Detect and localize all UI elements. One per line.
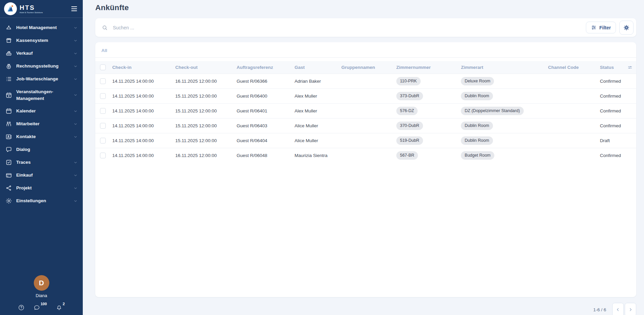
sidebar-item-kontakte[interactable]: Kontakte xyxy=(0,130,83,143)
column-header-gruppennamen[interactable]: Gruppennamen xyxy=(339,61,394,74)
notifications-icon[interactable]: 2 xyxy=(56,304,65,311)
cell-status: Confirmed xyxy=(597,74,624,89)
room-type-badge: DZ (Doppelzimmer Standard) xyxy=(461,107,523,115)
sidebar-item-hotel-management[interactable]: Hotel Management xyxy=(0,21,83,34)
table-row[interactable]: 14.11.2025 14:00:0015.11.2025 12:00:00Gu… xyxy=(95,89,636,104)
sidebar-item-label: Dialog xyxy=(16,146,30,153)
cell-status: Confirmed xyxy=(597,119,624,133)
select-all-checkbox[interactable] xyxy=(100,64,106,70)
chevron-left-icon xyxy=(615,307,621,312)
cell-room-number: 519-DubR xyxy=(394,133,459,148)
column-header-check-out[interactable]: Check-out xyxy=(173,61,234,74)
column-header-check-in[interactable]: Check-in xyxy=(109,61,173,74)
user-name: Diana xyxy=(36,293,47,298)
cell-group xyxy=(339,89,394,104)
events-icon xyxy=(5,92,12,99)
row-checkbox[interactable] xyxy=(100,93,106,99)
room-number-badge: 373-DubR xyxy=(396,92,423,100)
cell-check-in: 14.11.2025 14:00:00 xyxy=(109,119,173,133)
cell-group xyxy=(339,74,394,89)
avatar[interactable]: D xyxy=(34,275,49,291)
sidebar-item-projekt[interactable]: Projekt xyxy=(0,182,83,194)
sidebar: HTS Hotel & Tourism Solutions Hotel Mana… xyxy=(0,0,83,315)
cell-status: Draft xyxy=(597,133,624,148)
sidebar-item-traces[interactable]: Traces xyxy=(0,156,83,169)
column-header-zimmerart[interactable]: Zimmerart xyxy=(458,61,545,74)
sidebar-item-kassensystem[interactable]: Kassensystem xyxy=(0,34,83,47)
row-checkbox[interactable] xyxy=(100,138,106,143)
sidebar-item-veranstaltungen-management[interactable]: Veranstaltungen-Management xyxy=(0,85,83,105)
hotel-service-icon xyxy=(5,24,12,31)
cell-channel-code xyxy=(545,133,597,148)
chat-badge: 100 xyxy=(41,302,47,309)
room-type-badge: Dublin Room xyxy=(461,122,493,130)
settings-button[interactable] xyxy=(619,21,634,35)
sidebar-item-label: Projekt xyxy=(16,185,32,191)
chevron-down-icon xyxy=(73,109,78,114)
page-title: Ankünfte xyxy=(95,3,636,12)
table-row[interactable]: 14.11.2025 14:00:0015.11.2025 12:00:00Gu… xyxy=(95,104,636,119)
cell-status: Confirmed xyxy=(597,104,624,119)
room-number-badge: 567-BR xyxy=(396,151,418,160)
cell-room-type: Dublin Room xyxy=(458,89,545,104)
cell-group xyxy=(339,104,394,119)
cell-channel-code xyxy=(545,89,597,104)
row-checkbox[interactable] xyxy=(100,78,106,84)
filter-button[interactable]: Filter xyxy=(586,22,616,33)
prev-page-button[interactable] xyxy=(612,303,624,315)
chevron-right-icon xyxy=(628,307,633,312)
cash-register-icon xyxy=(5,50,12,57)
sidebar-item-mitarbeiter[interactable]: Mitarbeiter xyxy=(0,117,83,130)
chat-icon[interactable]: 100 xyxy=(33,304,47,311)
sidebar-item-einkauf[interactable]: Einkauf xyxy=(0,169,83,182)
filter-button-label: Filter xyxy=(599,25,611,30)
column-header-status[interactable]: Status xyxy=(597,61,624,74)
cell-guest: Alice Muller xyxy=(292,133,339,148)
cell-room-number: 576-DZ xyxy=(394,104,459,119)
sidebar-item-verkauf[interactable]: Verkauf xyxy=(0,47,83,60)
cell-reference: Guest R/06403 xyxy=(234,119,292,133)
search-icon xyxy=(102,25,108,31)
brand-subtitle: Hotel & Tourism Solutions xyxy=(20,11,43,14)
sidebar-item-dialog[interactable]: Dialog xyxy=(0,143,83,156)
table-row[interactable]: 14.11.2025 14:00:0016.11.2025 12:00:00Gu… xyxy=(95,148,636,163)
contacts-icon xyxy=(5,133,12,140)
sidebar-item-label: Kalender xyxy=(16,108,36,114)
project-icon xyxy=(5,185,12,191)
billing-icon xyxy=(5,63,12,70)
row-checkbox[interactable] xyxy=(100,108,106,114)
table-row[interactable]: 14.11.2025 14:00:0015.11.2025 12:00:00Gu… xyxy=(95,133,636,148)
chevron-down-icon xyxy=(73,25,78,30)
table-row[interactable]: 14.11.2025 14:00:0016.11.2025 12:00:00Gu… xyxy=(95,74,636,89)
cell-guest: Maurizia Sientra xyxy=(292,148,339,163)
sidebar-header: HTS Hotel & Tourism Solutions xyxy=(0,0,83,18)
column-settings-icon[interactable] xyxy=(627,64,633,70)
column-header-zimmernummer[interactable]: Zimmernummer xyxy=(394,61,459,74)
pagination: 1-6 / 6 xyxy=(95,303,636,315)
row-checkbox[interactable] xyxy=(100,123,106,129)
next-page-button[interactable] xyxy=(625,303,636,315)
sidebar-item-rechnungsstellung[interactable]: Rechnungsstellung xyxy=(0,60,83,73)
filter-sliders-icon xyxy=(591,25,597,30)
cell-check-out: 16.11.2025 12:00:00 xyxy=(173,148,234,163)
help-icon[interactable] xyxy=(18,304,25,311)
calendar-icon xyxy=(5,108,12,114)
tab-all[interactable]: All xyxy=(101,48,107,53)
column-header-gast[interactable]: Gast xyxy=(292,61,339,74)
table-row[interactable]: 14.11.2025 14:00:0015.11.2025 12:00:00Gu… xyxy=(95,119,636,133)
row-checkbox[interactable] xyxy=(100,153,106,158)
menu-toggle-icon[interactable] xyxy=(71,5,78,12)
column-header-auftragsreferenz[interactable]: Auftragsreferenz xyxy=(234,61,292,74)
room-number-badge: 576-DZ xyxy=(396,107,418,115)
cell-room-number: 373-DubR xyxy=(394,89,459,104)
settings-icon xyxy=(5,198,12,204)
chevron-down-icon xyxy=(73,199,78,204)
sidebar-item-einstellungen[interactable]: Einstellungen xyxy=(0,194,83,207)
room-number-badge: 519-DubR xyxy=(396,136,423,145)
cell-status: Confirmed xyxy=(597,148,624,163)
column-header-channel-code[interactable]: Channel Code xyxy=(545,61,597,74)
sidebar-item-kalender[interactable]: Kalender xyxy=(0,105,83,117)
cell-reference: Guest R/06404 xyxy=(234,133,292,148)
sidebar-item-job-warteschlange[interactable]: Job-Warteschlange xyxy=(0,73,83,85)
search-input[interactable] xyxy=(112,25,586,31)
